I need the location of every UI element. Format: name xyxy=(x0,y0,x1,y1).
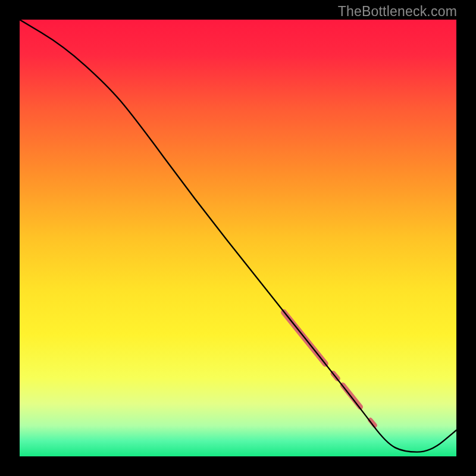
curve-layer xyxy=(20,20,456,456)
watermark-text: TheBottleneck.com xyxy=(338,4,457,20)
chart-frame: TheBottleneck.com xyxy=(0,0,476,476)
plot-area xyxy=(20,20,456,456)
bottleneck-curve xyxy=(20,20,456,452)
